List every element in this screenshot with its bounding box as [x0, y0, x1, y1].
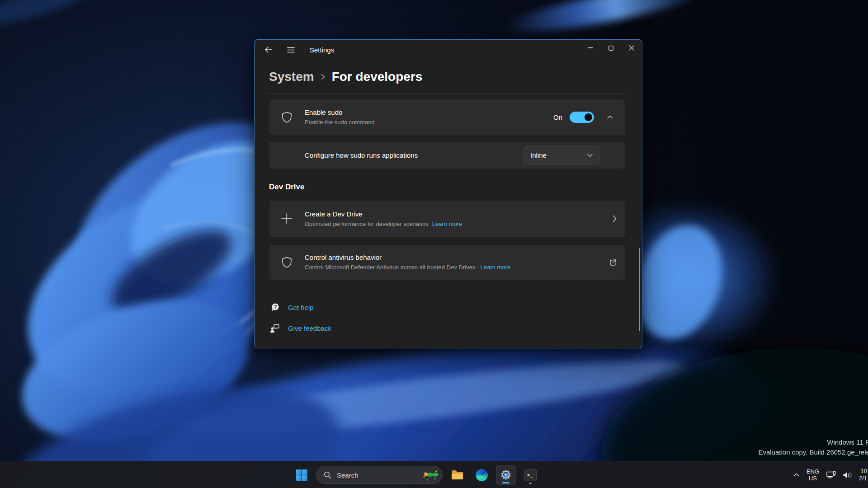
running-app-indicator [529, 483, 532, 484]
help-links: ? Get help Give feedback [269, 300, 625, 335]
sudo-run-mode-dropdown[interactable]: Inline [524, 146, 599, 164]
svg-text:?: ? [274, 304, 277, 309]
close-icon [629, 45, 634, 51]
search-label: Search [337, 471, 421, 479]
language-indicator[interactable]: ENG US [802, 465, 823, 485]
volume-icon [843, 471, 852, 479]
toggle-knob [585, 113, 592, 121]
clock-time: 10 [859, 468, 867, 475]
give-feedback-label[interactable]: Give feedback [288, 324, 331, 332]
dropdown-selected-value: Inline [530, 151, 547, 159]
window-title: Settings [310, 46, 334, 54]
nav-menu-button[interactable] [283, 42, 299, 57]
maximize-icon [609, 46, 613, 51]
page-title: For developers [332, 70, 423, 84]
control-antivirus-subtitle: Control Microsoft Defender Antivirus acr… [305, 263, 477, 272]
get-help-link[interactable]: ? Get help [269, 300, 625, 314]
enable-sudo-controls: On [553, 112, 617, 123]
configure-sudo-label: Configure how sudo runs applications [305, 151, 524, 159]
system-tray: ENG US [790, 461, 868, 488]
hamburger-icon [287, 47, 295, 53]
dev-drive-section-header: Dev Drive [269, 182, 625, 192]
watermark-line1: Windows 11 P [758, 437, 868, 447]
enable-sudo-toggle[interactable] [570, 112, 594, 123]
create-dev-drive-subtitle: Optimized performance for developer scen… [305, 220, 429, 228]
search-icon [324, 471, 331, 479]
back-arrow-icon [264, 47, 272, 53]
network-button[interactable] [823, 465, 840, 485]
enable-sudo-title: Enable sudo [305, 108, 553, 117]
create-dev-drive-card[interactable]: Create a Dev Drive Optimized performance… [269, 200, 625, 237]
feedback-person-icon [269, 324, 281, 333]
language-line1: ENG [807, 468, 819, 475]
create-dev-drive-text: Create a Dev Drive Optimized performance… [305, 210, 613, 228]
control-antivirus-text: Control antivirus behavior Control Micro… [305, 253, 609, 272]
back-button[interactable] [260, 42, 276, 57]
maximize-button[interactable] [600, 40, 621, 56]
clock[interactable]: 10 2/1 [855, 465, 868, 485]
plus-icon [280, 213, 293, 224]
breadcrumb-separator-icon [321, 73, 326, 81]
folder-icon [451, 470, 463, 480]
page-content: System For developers Enable sudo Enable… [255, 70, 642, 335]
get-help-label[interactable]: Get help [288, 304, 314, 311]
start-button[interactable] [292, 465, 311, 485]
taskbar-center: Search [292, 461, 540, 488]
edge-button[interactable] [472, 465, 491, 485]
file-explorer-button[interactable] [447, 465, 467, 485]
active-app-indicator [502, 482, 509, 483]
section-divider [269, 93, 625, 94]
chevron-right-icon [613, 215, 617, 222]
create-dev-drive-title: Create a Dev Drive [305, 210, 613, 219]
help-bubble-icon: ? [269, 303, 281, 312]
settings-button[interactable]: ⚙ [496, 465, 516, 485]
enable-sudo-text: Enable sudo Enable the sudo command [305, 108, 553, 127]
shield-icon [280, 257, 293, 268]
give-feedback-link[interactable]: Give feedback [269, 321, 625, 335]
taskbar: Search [0, 461, 868, 488]
settings-window: Settings System For developers [254, 39, 642, 348]
scrollbar-thumb[interactable] [639, 248, 640, 331]
tray-chevron-button[interactable] [790, 465, 802, 485]
evaluation-watermark: Windows 11 P Evaluation copy. Build 2605… [758, 437, 868, 457]
gear-icon: ⚙ [499, 468, 513, 482]
minimize-button[interactable] [580, 40, 600, 56]
chevron-up-icon [607, 115, 613, 119]
watermark-line2: Evaluation copy. Build 26052.ge_rele [758, 447, 868, 457]
search-box[interactable]: Search [316, 466, 443, 484]
titlebar: Settings [255, 40, 642, 60]
volume-button[interactable] [840, 465, 855, 485]
terminal-icon: >_ [524, 469, 537, 481]
language-line2: US [807, 475, 819, 482]
close-button[interactable] [621, 40, 642, 56]
edge-icon [476, 469, 488, 481]
expander-collapse-button[interactable] [603, 115, 617, 119]
clock-date: 2/1 [859, 475, 867, 482]
breadcrumb-system[interactable]: System [269, 70, 314, 84]
windows-logo-icon [296, 469, 307, 481]
create-dev-drive-learn-more-link[interactable]: Learn more [432, 221, 462, 227]
network-icon [826, 471, 836, 479]
configure-sudo-row: Configure how sudo runs applications Inl… [269, 141, 625, 169]
shield-icon [280, 112, 293, 123]
enable-sudo-subtitle: Enable the sudo command [305, 118, 553, 127]
terminal-button[interactable]: >_ [520, 465, 540, 485]
control-antivirus-learn-more-link[interactable]: Learn more [481, 264, 510, 271]
chevron-up-icon [793, 473, 799, 477]
control-antivirus-title: Control antivirus behavior [305, 253, 609, 262]
caption-buttons [580, 40, 642, 56]
search-highlights-icon [421, 468, 439, 482]
toggle-state-label: On [553, 113, 562, 121]
control-antivirus-card[interactable]: Control antivirus behavior Control Micro… [269, 244, 625, 280]
minimize-icon [588, 47, 593, 48]
breadcrumb: System For developers [269, 70, 625, 84]
external-link-icon [609, 259, 617, 266]
enable-sudo-card[interactable]: Enable sudo Enable the sudo command On [269, 99, 625, 135]
chevron-down-icon [587, 154, 593, 157]
